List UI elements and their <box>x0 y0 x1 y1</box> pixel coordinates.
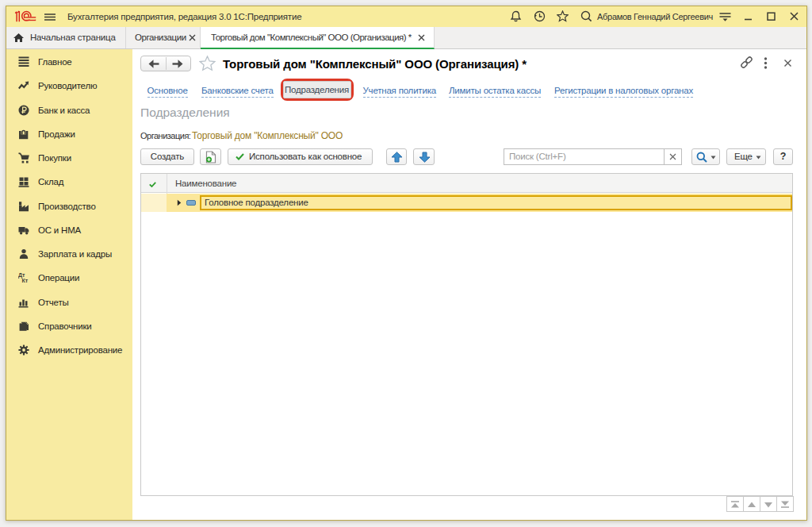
svg-text:Кт: Кт <box>22 278 29 283</box>
